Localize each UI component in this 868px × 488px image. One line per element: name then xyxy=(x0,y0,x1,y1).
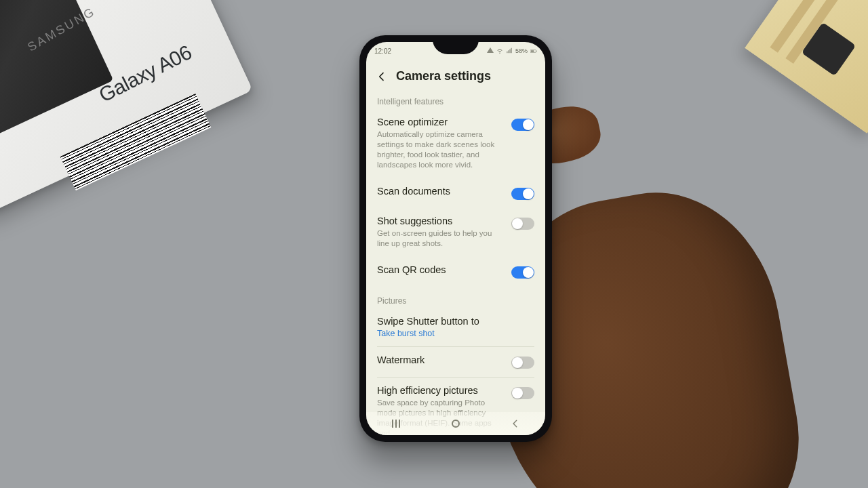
mute-icon xyxy=(487,47,494,54)
toggle-shot-suggestions[interactable] xyxy=(511,218,534,230)
toggle-scan-qr[interactable] xyxy=(511,266,534,279)
svg-rect-1 xyxy=(531,50,534,52)
row-title: Scan documents xyxy=(377,185,505,197)
toggle-scan-documents[interactable] xyxy=(511,188,534,200)
row-desc: Automatically optimize camera settings t… xyxy=(377,129,505,170)
status-battery: 58% xyxy=(515,47,528,54)
row-title: Scan QR codes xyxy=(377,264,505,276)
row-link: Take burst shot xyxy=(377,329,534,338)
row-desc: Get on-screen guides to help you line up… xyxy=(377,228,505,249)
wooden-object xyxy=(745,0,868,134)
toggle-watermark[interactable] xyxy=(511,357,534,369)
wifi-icon xyxy=(496,47,503,54)
back-button[interactable] xyxy=(376,70,388,83)
section-pictures: Pictures xyxy=(366,287,545,308)
status-time: 12:02 xyxy=(374,47,391,55)
row-watermark[interactable]: Watermark xyxy=(366,347,545,377)
product-box xyxy=(0,0,253,216)
signal-icon xyxy=(506,47,513,54)
page-title: Camera settings xyxy=(396,69,491,83)
section-intelligent: Intelligent features xyxy=(366,93,545,109)
svg-rect-2 xyxy=(536,51,537,52)
toggle-heif[interactable] xyxy=(511,387,534,399)
row-title: Shot suggestions xyxy=(377,215,505,227)
page-header: Camera settings xyxy=(366,57,545,93)
nav-bar xyxy=(366,412,545,435)
row-scan-qr[interactable]: Scan QR codes xyxy=(366,257,545,287)
chevron-left-icon xyxy=(511,419,520,428)
phone-screen: 12:02 58% Camera settings Intell xyxy=(366,42,545,435)
row-title: Swipe Shutter button to xyxy=(377,315,534,327)
row-swipe-shutter[interactable]: Swipe Shutter button to Take burst shot xyxy=(366,308,545,346)
row-title: High efficiency pictures xyxy=(377,384,505,396)
row-shot-suggestions[interactable]: Shot suggestions Get on-screen guides to… xyxy=(366,208,545,257)
battery-icon xyxy=(530,47,537,54)
row-scene-optimizer[interactable]: Scene optimizer Automatically optimize c… xyxy=(366,109,545,178)
row-scan-documents[interactable]: Scan documents xyxy=(366,178,545,208)
row-title: Scene optimizer xyxy=(377,116,505,128)
chevron-left-icon xyxy=(376,71,387,82)
row-title: Watermark xyxy=(377,354,505,366)
toggle-scene-optimizer[interactable] xyxy=(511,119,534,131)
phone-frame: 12:02 58% Camera settings Intell xyxy=(359,35,552,442)
nav-home[interactable] xyxy=(449,417,462,430)
nav-back[interactable] xyxy=(509,417,522,430)
nav-recents[interactable] xyxy=(389,417,403,430)
